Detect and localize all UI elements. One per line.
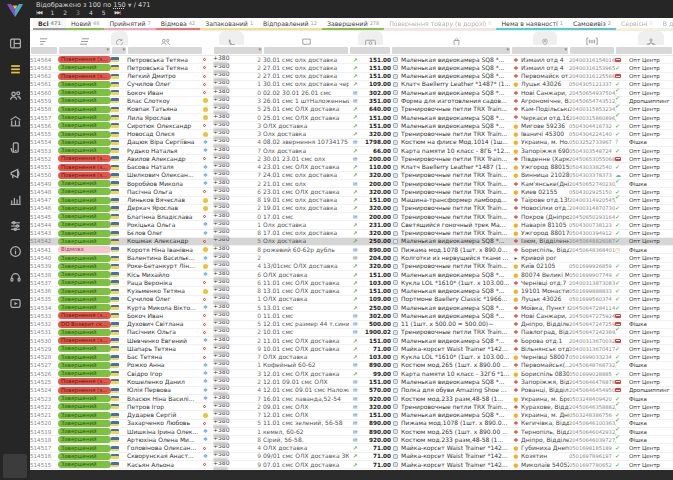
- filter-input[interactable]: [350, 47, 390, 54]
- status-badge[interactable]: Завершений: [58, 412, 111, 419]
- tab-в-дорозі-додому[interactable]: В дорозі додому0: [658, 18, 673, 30]
- tab-всі[interactable]: Всі471: [33, 18, 66, 30]
- tracking-number[interactable]: 0504305121337: [569, 80, 615, 88]
- tracking-number[interactable]: 20400316154016: [569, 56, 615, 64]
- status-badge[interactable]: Завершений: [58, 213, 111, 220]
- status-badge[interactable]: Повернення (з...: [58, 337, 111, 344]
- status-badge[interactable]: Завершений: [58, 205, 111, 212]
- tracking-number[interactable]: 20400314870730: [569, 204, 615, 212]
- status-badge[interactable]: Завершений: [58, 461, 111, 468]
- status-badge[interactable]: Завершений: [58, 131, 111, 138]
- status-badge[interactable]: Завершений: [58, 436, 111, 443]
- last-page-button[interactable]: ▶▶|: [115, 10, 120, 15]
- status-badge[interactable]: Завершений: [58, 122, 111, 129]
- tracking-number[interactable]: 0503248386756: [569, 411, 615, 419]
- page-button-5[interactable]: 5: [102, 9, 106, 16]
- status-badge[interactable]: Повернення (з...: [58, 164, 111, 171]
- tracking-number[interactable]: 20400316125566: [569, 72, 615, 80]
- status-badge[interactable]: Завершений: [58, 188, 111, 195]
- tracking-number[interactable]: 0504303382540: [569, 163, 615, 171]
- app-logo[interactable]: [6, 2, 24, 21]
- tab-новий[interactable]: Новий48: [66, 18, 105, 30]
- status-badge[interactable]: Повернення (з...: [58, 312, 111, 319]
- status-badge[interactable]: Завершений: [58, 81, 111, 88]
- tracking-number[interactable]: 20450646039727: [569, 436, 615, 444]
- filter-input[interactable]: [128, 47, 202, 54]
- filter-input[interactable]: ▾: [214, 47, 262, 54]
- status-badge[interactable]: Повернення (з...: [58, 387, 111, 394]
- tracking-number[interactable]: 20400315860896: [569, 114, 615, 122]
- tracking-number[interactable]: 0501699926859: [569, 262, 615, 270]
- tab-нема-в-наявності[interactable]: Нема в наявності1: [496, 18, 567, 30]
- tracking-number[interactable]: 20450646042932: [569, 428, 615, 436]
- page-button-4[interactable]: 4: [89, 9, 93, 16]
- tracking-number[interactable]: 20450646358882: [569, 403, 615, 411]
- tab-сервісні[interactable]: Сервісні0: [616, 18, 658, 30]
- filter-input[interactable]: ▾: [512, 47, 568, 54]
- status-badge[interactable]: Завершений: [58, 114, 111, 121]
- status-badge[interactable]: Повернення (з...: [58, 172, 111, 179]
- status-badge[interactable]: Завершений: [58, 403, 111, 410]
- status-badge[interactable]: Завершений: [58, 89, 111, 96]
- first-page-button[interactable]: |◀◀: [36, 10, 41, 15]
- status-badge[interactable]: Завершений: [58, 288, 111, 295]
- status-badge[interactable]: Завершений: [58, 370, 111, 377]
- status-badge[interactable]: Завершений: [58, 296, 111, 303]
- status-badge[interactable]: Завершений: [58, 428, 111, 435]
- tracking-number[interactable]: 20450646476878: [569, 378, 615, 386]
- status-badge[interactable]: Завершений: [58, 420, 111, 427]
- tracking-number[interactable]: 0504300394912: [569, 229, 615, 237]
- tracking-number[interactable]: 20450648826087: [569, 237, 615, 245]
- tracking-number[interactable]: 20400313873083: [569, 279, 615, 287]
- tracking-number[interactable]: 20450646100363: [569, 419, 615, 427]
- tracking-number[interactable]: 0504303548724: [569, 147, 615, 155]
- filter-input[interactable]: ▾: [112, 47, 126, 54]
- tracking-number[interactable]: 20450653055068: [569, 155, 615, 163]
- sidebar-item-telephony[interactable]: [0, 135, 30, 161]
- filter-input[interactable]: [264, 47, 348, 54]
- status-badge[interactable]: Завершений: [58, 147, 111, 154]
- tracking-number[interactable]: 20400313670032: [569, 337, 615, 345]
- status-badge[interactable]: Завершений: [58, 197, 111, 204]
- filter-input[interactable]: [570, 47, 614, 54]
- tracking-number[interactable]: 20450647275924: [569, 312, 615, 320]
- status-badge[interactable]: Завершений: [58, 271, 111, 278]
- tracking-number[interactable]: 20400316153965: [569, 64, 615, 72]
- page-button-3[interactable]: 3: [76, 9, 80, 16]
- tracking-number[interactable]: 20400315853234: [569, 105, 615, 113]
- tracking-number[interactable]: 0504303378373: [569, 171, 615, 179]
- tracking-number[interactable]: 0503248409420: [569, 395, 615, 403]
- tracking-number[interactable]: 0501699907749: [569, 271, 615, 279]
- status-badge[interactable]: Повернення (з...: [58, 73, 111, 80]
- status-badge[interactable]: Завершений: [58, 106, 111, 113]
- status-badge[interactable]: Відмова: [58, 246, 111, 253]
- status-badge[interactable]: Завершений: [58, 445, 111, 452]
- tab-відмова[interactable]: Відмова42: [156, 18, 201, 30]
- tracking-number[interactable]: 0504304416732: [569, 122, 615, 130]
- status-badge[interactable]: DO Возврат ск...: [58, 321, 111, 328]
- sidebar-item-clients[interactable]: [0, 83, 30, 109]
- status-badge[interactable]: Завершений: [58, 221, 111, 228]
- status-badge[interactable]: Завершений: [58, 180, 111, 187]
- status-badge[interactable]: Завершений: [58, 304, 111, 311]
- status-badge[interactable]: Завершений: [58, 230, 111, 237]
- tab-завершений[interactable]: Завершений278: [322, 18, 384, 30]
- tab-прийнятий[interactable]: Прийнятий7: [104, 18, 155, 30]
- tracking-number[interactable]: 0501697896197: [569, 452, 615, 460]
- tracking-number[interactable]: 0501699028885: [569, 370, 615, 378]
- status-badge[interactable]: Завершений: [58, 238, 111, 245]
- tracking-number[interactable]: 0501699888833: [569, 287, 615, 295]
- tab-відправлений[interactable]: Відправлений12: [258, 18, 322, 30]
- status-badge[interactable]: Повернення (з...: [58, 378, 111, 385]
- tracking-number[interactable]: 20400313670417: [569, 345, 615, 353]
- status-badge[interactable]: Завершений: [58, 255, 111, 262]
- status-badge[interactable]: Повернення (з...: [58, 155, 111, 162]
- sidebar-collapse-button[interactable]: [3, 454, 27, 478]
- status-badge[interactable]: Завершений: [58, 97, 111, 104]
- tracking-number[interactable]: 20450647284114: [569, 304, 615, 312]
- tracking-number[interactable]: 20400314920545: [569, 196, 615, 204]
- page-button-2[interactable]: 2: [63, 9, 67, 16]
- tab-самовивіз[interactable]: Самовивіз2: [568, 18, 616, 30]
- status-badge[interactable]: Завершений: [58, 263, 111, 270]
- filter-input[interactable]: ▾: [392, 47, 510, 54]
